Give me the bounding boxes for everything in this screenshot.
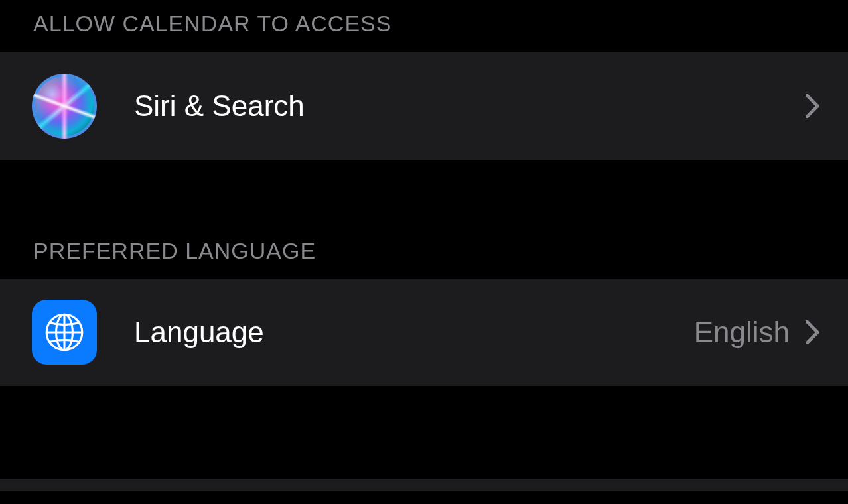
chevron-right-icon — [806, 320, 819, 344]
row-siri-search[interactable]: Siri & Search — [0, 52, 848, 160]
section-header-language: PREFERRED LANGUAGE — [0, 238, 848, 279]
section-header-access: ALLOW CALENDAR TO ACCESS — [0, 0, 848, 52]
bottom-bar-partial — [0, 479, 848, 491]
siri-icon — [32, 74, 97, 139]
section-spacer — [0, 160, 848, 238]
chevron-right-icon — [806, 94, 819, 118]
section-spacer-bottom — [0, 386, 848, 479]
row-value-language: English — [694, 316, 790, 349]
row-language[interactable]: Language English — [0, 279, 848, 386]
globe-icon — [32, 300, 97, 365]
row-label-siri-search: Siri & Search — [134, 90, 806, 123]
row-label-language: Language — [134, 316, 694, 349]
